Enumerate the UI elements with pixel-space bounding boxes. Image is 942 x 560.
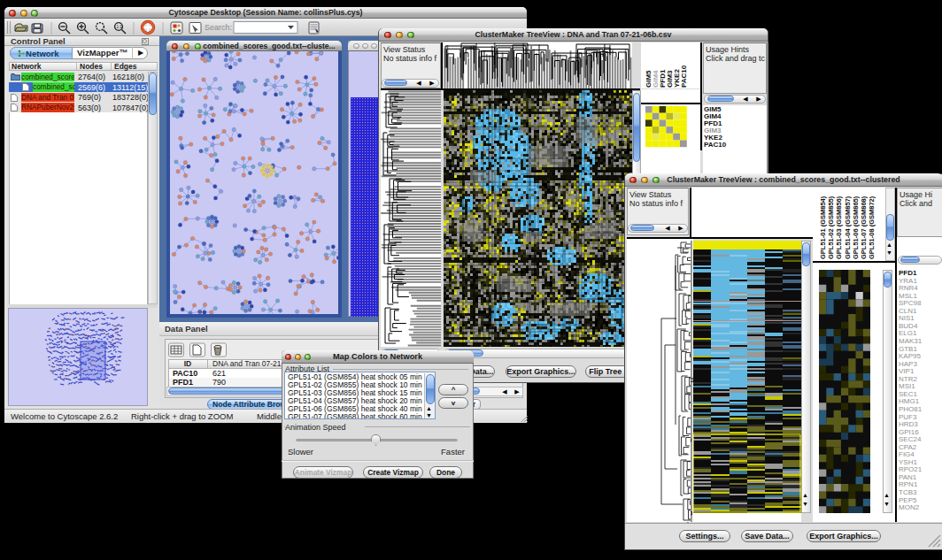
svg-text:GPL51-08 (GSM872): GPL51-08 (GSM872) [868,196,876,259]
svg-text:PAC10: PAC10 [680,65,688,88]
svg-text:GPL51-03 (GSM856): GPL51-03 (GSM856) [835,196,843,259]
svg-text:GPL51-06 (GSM865): GPL51-06 (GSM865) [852,196,860,259]
svg-text:GPL51-02 (GSM855): GPL51-02 (GSM855) [827,196,835,259]
svg-text:1:1: 1:1 [117,25,123,29]
svg-text:GPL51-04 (GSM857): GPL51-04 (GSM857) [844,196,852,259]
svg-text:GPL51-07 (GSM868): GPL51-07 (GSM868) [860,196,868,259]
svg-text:Search:: Search: [205,23,232,32]
svg-text:GPL51-01 (GSM854): GPL51-01 (GSM854) [819,196,827,259]
